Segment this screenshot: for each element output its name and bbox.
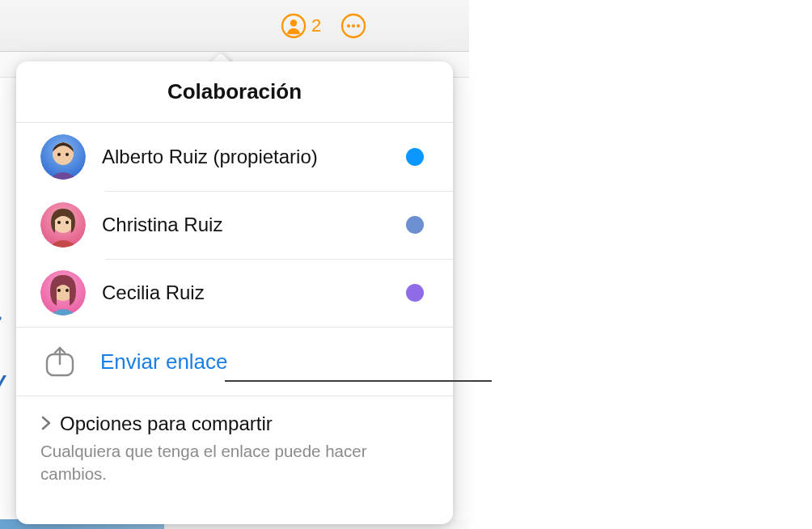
participant-name: Alberto Ruiz (propietario) — [102, 146, 390, 168]
share-icon — [40, 342, 79, 381]
avatar — [40, 270, 86, 315]
svg-point-17 — [66, 289, 69, 292]
share-options-row[interactable]: Opciones para compartir Cualquiera que t… — [16, 396, 453, 501]
chevron-right-icon — [40, 416, 52, 433]
avatar — [40, 202, 86, 248]
svg-point-16 — [57, 289, 61, 292]
participant-row[interactable]: Cecilia Ruiz — [16, 259, 453, 327]
more-toolbar-button[interactable] — [340, 13, 366, 39]
toolbar: 2 — [0, 0, 469, 52]
send-link-row[interactable]: Enviar enlace — [16, 327, 453, 396]
participant-row[interactable]: Christina Ruiz — [16, 191, 453, 259]
collaboration-toolbar-button[interactable]: 2 — [281, 13, 321, 39]
svg-point-5 — [357, 23, 360, 27]
collaborator-count: 2 — [311, 15, 321, 36]
popover-title: Colaboración — [16, 61, 453, 122]
svg-point-1 — [290, 19, 297, 26]
person-circle-icon — [281, 13, 307, 39]
app-frame: 2 r y Colaboración — [0, 0, 469, 529]
svg-point-8 — [57, 153, 61, 156]
more-ellipsis-icon — [340, 13, 366, 39]
svg-point-4 — [352, 23, 355, 27]
participant-row[interactable]: Alberto Ruiz (propietario) — [16, 123, 453, 191]
svg-point-12 — [57, 221, 61, 224]
share-options-subtitle: Cualquiera que tenga el enlace puede hac… — [40, 440, 429, 485]
participants-section: Alberto Ruiz (propietario) C — [16, 122, 453, 327]
callout-line — [225, 380, 492, 382]
svg-point-13 — [66, 221, 69, 224]
send-link-label: Enviar enlace — [100, 349, 228, 375]
presence-dot — [406, 216, 424, 234]
participant-name: Christina Ruiz — [102, 214, 390, 236]
participant-name: Cecilia Ruiz — [102, 281, 390, 304]
document-background-text: r y — [0, 299, 16, 461]
presence-dot — [406, 284, 424, 302]
avatar — [40, 134, 86, 180]
svg-point-3 — [347, 23, 350, 27]
collaboration-popover: Colaboración Alberto Ruiz (propietario) — [16, 61, 453, 524]
svg-point-9 — [66, 153, 69, 156]
presence-dot — [406, 148, 424, 166]
share-options-title: Opciones para compartir — [60, 413, 273, 435]
